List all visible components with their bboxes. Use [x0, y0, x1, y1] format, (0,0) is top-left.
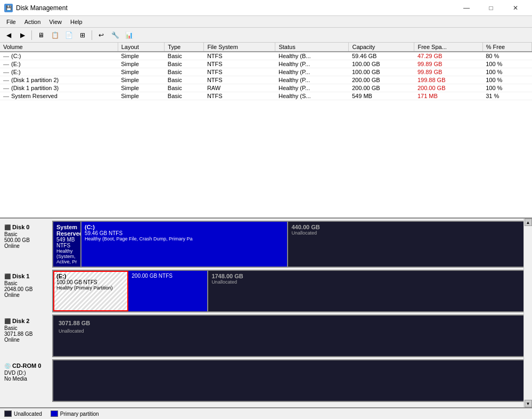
toolbar-btn-5[interactable]: ↩ [95, 29, 108, 41]
table-row[interactable]: —(Disk 1 partition 3) Simple Basic RAW H… [0, 84, 532, 92]
cdrom-0-row: 💿 CD-ROM 0 DVD (D:) No Media [0, 359, 523, 402]
close-button[interactable]: ✕ [503, 0, 528, 16]
menu-file[interactable]: File [2, 18, 20, 26]
cell-pct: 80 % [482, 52, 531, 60]
cdrom-0-status: No Media [4, 376, 48, 382]
disk-1-status: Online [4, 292, 48, 298]
toolbar-btn-6[interactable]: 🔧 [109, 29, 121, 41]
disk-0-partitions: System Reserved 549 MB NTFS Healthy (Sys… [53, 221, 523, 268]
back-button[interactable]: ◀ [2, 29, 15, 41]
col-layout[interactable]: Layout [118, 43, 165, 52]
col-volume[interactable]: Volume [0, 43, 118, 52]
table-row[interactable]: —(Disk 1 partition 2) Simple Basic NTFS … [0, 76, 532, 84]
toolbar-btn-1[interactable]: 🖥 [35, 29, 47, 41]
toolbar-btn-2[interactable]: 📋 [48, 29, 61, 41]
cell-status: Healthy (P... [275, 84, 349, 92]
cell-status: Healthy (B... [275, 52, 349, 60]
cell-volume: —(E:) [0, 68, 118, 76]
legend-unalloc: Unallocated [4, 410, 42, 417]
title-bar: 💾 Disk Management — □ ✕ [0, 0, 532, 16]
disk-0-status: Online [4, 243, 48, 249]
cell-volume: —System Reserved [0, 92, 118, 100]
menu-help[interactable]: Help [66, 18, 87, 26]
disk-1-name: ⬛ Disk 1 [4, 273, 48, 279]
cell-layout: Simple [118, 92, 165, 100]
disk-2-label: ⬛ Disk 2 Basic 3071.88 GB Online [0, 315, 53, 357]
cell-capacity: 200.00 GB [349, 84, 414, 92]
cell-fs: NTFS [204, 52, 275, 60]
disk-1-part-e[interactable]: (E:) 100.00 GB NTFS Healthy (Primary Par… [53, 271, 128, 311]
cell-type: Basic [165, 76, 204, 84]
col-capacity[interactable]: Capacity [349, 43, 414, 52]
col-fs[interactable]: File System [204, 43, 275, 52]
disk-2-row: ⬛ Disk 2 Basic 3071.88 GB Online 3071.88… [0, 315, 523, 357]
app-icon: 💾 [4, 4, 13, 12]
table-row[interactable]: —System Reserved Simple Basic NTFS Healt… [0, 92, 532, 100]
disk-scroll-area[interactable]: ⬛ Disk 0 Basic 500.00 GB Online System R… [0, 219, 523, 407]
cell-fs: NTFS [204, 60, 275, 68]
disk-0-part-sysres[interactable]: System Reserved 549 MB NTFS Healthy (Sys… [53, 222, 81, 267]
cdrom-0-part[interactable] [53, 360, 523, 401]
cell-type: Basic [165, 84, 204, 92]
disk-0-size: 500.00 GB [4, 237, 48, 243]
disk-1-row: ⬛ Disk 1 Basic 2048.00 GB Online (E:) 10… [0, 270, 523, 312]
disk-2-name: ⬛ Disk 2 [4, 318, 48, 324]
disk-2-status: Online [4, 337, 48, 343]
legend: Unallocated Primary partition [0, 407, 532, 419]
toolbar-btn-3[interactable]: 📄 [62, 29, 75, 41]
menu-action[interactable]: Action [20, 18, 45, 26]
maximize-button[interactable]: □ [479, 0, 503, 16]
cell-status: Healthy (P... [275, 68, 349, 76]
scroll-down[interactable]: ▼ [525, 400, 532, 407]
disk-area-wrapper: ⬛ Disk 0 Basic 500.00 GB Online System R… [0, 219, 532, 407]
disk-0-label: ⬛ Disk 0 Basic 500.00 GB Online [0, 221, 53, 268]
col-type[interactable]: Type [165, 43, 204, 52]
disk-1-part-2[interactable]: 200.00 GB NTFS [128, 271, 208, 311]
cell-status: Healthy (S... [275, 92, 349, 100]
cell-volume: —(E:) [0, 60, 118, 68]
disk-0-type: Basic [4, 231, 48, 237]
disk-0-part-c[interactable]: (C:) 59.46 GB NTFS Healthy (Boot, Page F… [81, 222, 289, 267]
menu-view[interactable]: View [45, 18, 66, 26]
table-row[interactable]: —(E:) Simple Basic NTFS Healthy (P... 10… [0, 60, 532, 68]
cell-fs: NTFS [204, 68, 275, 76]
disk-0-part-unalloc[interactable]: 440.00 GB Unallocated [288, 222, 523, 267]
cell-capacity: 59.46 GB [349, 52, 414, 60]
cell-pct: 31 % [482, 92, 531, 100]
cell-type: Basic [165, 60, 204, 68]
cell-pct: 100 % [482, 60, 531, 68]
forward-button[interactable]: ▶ [16, 29, 29, 41]
scrollbar[interactable]: ▲ ▼ [523, 219, 532, 407]
cell-pct: 100 % [482, 68, 531, 76]
app-title: Disk Management [16, 4, 68, 12]
col-pct[interactable]: % Free [482, 43, 531, 52]
minimize-button[interactable]: — [454, 0, 479, 16]
cdrom-0-partitions [53, 359, 523, 402]
cell-layout: Simple [118, 52, 165, 60]
col-status[interactable]: Status [275, 43, 349, 52]
disk-1-part-unalloc[interactable]: 1748.00 GB Unallocated [208, 271, 523, 311]
disk-0-row: ⬛ Disk 0 Basic 500.00 GB Online System R… [0, 221, 523, 268]
toolbar-btn-7[interactable]: 📊 [122, 29, 135, 41]
disk-2-type: Basic [4, 325, 48, 331]
disk-2-part-unalloc[interactable]: 3071.88 GB Unallocated [53, 316, 523, 356]
legend-primary-box [51, 410, 58, 417]
legend-unalloc-box [4, 410, 12, 417]
cell-capacity: 549 MB [349, 92, 414, 100]
toolbar-sep-2 [92, 30, 92, 40]
cell-layout: Simple [118, 84, 165, 92]
toolbar-sep-1 [31, 30, 32, 40]
col-free[interactable]: Free Spa... [414, 43, 482, 52]
cell-free: 47.29 GB [414, 52, 482, 60]
volume-table: Volume Layout Type File System Status Ca… [0, 43, 532, 100]
toolbar-btn-4[interactable]: ⊞ [76, 29, 89, 41]
disk-area: ⬛ Disk 0 Basic 500.00 GB Online System R… [0, 219, 523, 406]
cell-free: 99.89 GB [414, 60, 482, 68]
cell-type: Basic [165, 92, 204, 100]
cell-free: 171 MB [414, 92, 482, 100]
table-row[interactable]: —(E:) Simple Basic NTFS Healthy (P... 10… [0, 68, 532, 76]
table-row[interactable]: —(C:) Simple Basic NTFS Healthy (B... 59… [0, 52, 532, 60]
cdrom-0-name: 💿 CD-ROM 0 [4, 362, 48, 369]
disk-1-size: 2048.00 GB [4, 286, 48, 292]
scroll-up[interactable]: ▲ [525, 219, 532, 226]
